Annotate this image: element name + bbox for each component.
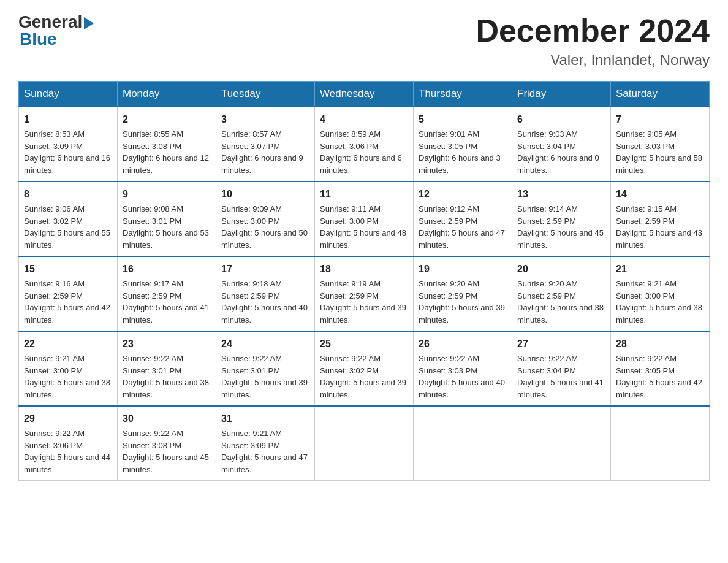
column-header-friday: Friday (512, 82, 611, 107)
calendar-cell: 1Sunrise: 8:53 AMSunset: 3:09 PMDaylight… (19, 107, 118, 182)
calendar-cell: 18Sunrise: 9:19 AMSunset: 2:59 PMDayligh… (315, 256, 414, 331)
calendar-table: SundayMondayTuesdayWednesdayThursdayFrid… (18, 81, 710, 481)
day-number: 25 (320, 337, 408, 351)
calendar-cell: 19Sunrise: 9:20 AMSunset: 2:59 PMDayligh… (414, 256, 512, 331)
calendar-cell: 23Sunrise: 9:22 AMSunset: 3:01 PMDayligh… (118, 331, 216, 406)
column-header-saturday: Saturday (611, 82, 710, 107)
column-header-sunday: Sunday (19, 82, 118, 107)
day-number: 11 (320, 187, 408, 202)
calendar-cell: 8Sunrise: 9:06 AMSunset: 3:02 PMDaylight… (19, 182, 118, 256)
day-number: 14 (616, 187, 704, 202)
day-number: 10 (221, 187, 309, 202)
calendar-cell: 30Sunrise: 9:22 AMSunset: 3:08 PMDayligh… (118, 406, 216, 481)
day-number: 21 (616, 262, 704, 277)
calendar-cell (315, 406, 414, 481)
day-number: 2 (123, 112, 211, 127)
calendar-cell: 15Sunrise: 9:16 AMSunset: 2:59 PMDayligh… (19, 256, 118, 331)
calendar-cell: 10Sunrise: 9:09 AMSunset: 3:00 PMDayligh… (216, 182, 315, 256)
day-number: 29 (24, 412, 112, 426)
day-number: 19 (419, 262, 507, 277)
calendar-cell: 17Sunrise: 9:18 AMSunset: 2:59 PMDayligh… (216, 256, 315, 331)
day-number: 26 (419, 337, 507, 351)
day-number: 28 (616, 337, 704, 351)
week-row-5: 29Sunrise: 9:22 AMSunset: 3:06 PMDayligh… (19, 406, 710, 481)
column-header-tuesday: Tuesday (216, 82, 315, 107)
calendar-cell: 25Sunrise: 9:22 AMSunset: 3:02 PMDayligh… (315, 331, 414, 406)
day-number: 17 (221, 262, 309, 277)
calendar-header-row: SundayMondayTuesdayWednesdayThursdayFrid… (19, 82, 710, 107)
day-number: 23 (123, 337, 211, 351)
calendar-cell: 27Sunrise: 9:22 AMSunset: 3:04 PMDayligh… (512, 331, 611, 406)
day-number: 24 (221, 337, 309, 351)
day-number: 30 (123, 412, 211, 426)
calendar-cell: 2Sunrise: 8:55 AMSunset: 3:08 PMDaylight… (118, 107, 216, 182)
calendar-cell: 22Sunrise: 9:21 AMSunset: 3:00 PMDayligh… (19, 331, 118, 406)
day-number: 18 (320, 262, 408, 277)
calendar-cell: 4Sunrise: 8:59 AMSunset: 3:06 PMDaylight… (315, 107, 414, 182)
day-number: 4 (320, 112, 408, 127)
calendar-cell: 21Sunrise: 9:21 AMSunset: 3:00 PMDayligh… (611, 256, 710, 331)
day-number: 1 (24, 112, 112, 127)
day-number: 7 (616, 112, 704, 127)
page-header: General Blue December 2024 Valer, Innlan… (18, 12, 710, 69)
calendar-cell: 20Sunrise: 9:20 AMSunset: 2:59 PMDayligh… (512, 256, 611, 331)
day-number: 3 (221, 112, 309, 127)
day-number: 15 (24, 262, 112, 277)
column-header-thursday: Thursday (414, 82, 512, 107)
column-header-wednesday: Wednesday (315, 82, 414, 107)
day-number: 9 (123, 187, 211, 202)
logo-arrow-icon (84, 17, 94, 29)
week-row-2: 8Sunrise: 9:06 AMSunset: 3:02 PMDaylight… (19, 182, 710, 256)
calendar-cell: 9Sunrise: 9:08 AMSunset: 3:01 PMDaylight… (118, 182, 216, 256)
calendar-cell: 3Sunrise: 8:57 AMSunset: 3:07 PMDaylight… (216, 107, 315, 182)
day-number: 8 (24, 187, 112, 202)
day-number: 6 (517, 112, 605, 127)
day-number: 27 (517, 337, 605, 351)
week-row-4: 22Sunrise: 9:21 AMSunset: 3:00 PMDayligh… (19, 331, 710, 406)
location-title: Valer, Innlandet, Norway (476, 52, 710, 69)
calendar-cell (414, 406, 512, 481)
calendar-cell (512, 406, 611, 481)
calendar-cell: 29Sunrise: 9:22 AMSunset: 3:06 PMDayligh… (19, 406, 118, 481)
logo-blue-text: Blue (20, 29, 57, 49)
calendar-cell: 16Sunrise: 9:17 AMSunset: 2:59 PMDayligh… (118, 256, 216, 331)
day-number: 16 (123, 262, 211, 277)
column-header-monday: Monday (118, 82, 216, 107)
calendar-cell (611, 406, 710, 481)
day-number: 20 (517, 262, 605, 277)
week-row-3: 15Sunrise: 9:16 AMSunset: 2:59 PMDayligh… (19, 256, 710, 331)
calendar-cell: 14Sunrise: 9:15 AMSunset: 2:59 PMDayligh… (611, 182, 710, 256)
title-section: December 2024 Valer, Innlandet, Norway (476, 12, 710, 69)
calendar-cell: 12Sunrise: 9:12 AMSunset: 2:59 PMDayligh… (414, 182, 512, 256)
calendar-cell: 11Sunrise: 9:11 AMSunset: 3:00 PMDayligh… (315, 182, 414, 256)
calendar-cell: 26Sunrise: 9:22 AMSunset: 3:03 PMDayligh… (414, 331, 512, 406)
week-row-1: 1Sunrise: 8:53 AMSunset: 3:09 PMDaylight… (19, 107, 710, 182)
logo: General Blue (18, 12, 94, 49)
day-number: 31 (221, 412, 309, 426)
calendar-cell: 6Sunrise: 9:03 AMSunset: 3:04 PMDaylight… (512, 107, 611, 182)
calendar-cell: 5Sunrise: 9:01 AMSunset: 3:05 PMDaylight… (414, 107, 512, 182)
month-title: December 2024 (476, 12, 710, 49)
day-number: 5 (419, 112, 507, 127)
calendar-cell: 13Sunrise: 9:14 AMSunset: 2:59 PMDayligh… (512, 182, 611, 256)
calendar-cell: 24Sunrise: 9:22 AMSunset: 3:01 PMDayligh… (216, 331, 315, 406)
calendar-cell: 7Sunrise: 9:05 AMSunset: 3:03 PMDaylight… (611, 107, 710, 182)
day-number: 22 (24, 337, 112, 351)
calendar-cell: 31Sunrise: 9:21 AMSunset: 3:09 PMDayligh… (216, 406, 315, 481)
day-number: 12 (419, 187, 507, 202)
calendar-cell: 28Sunrise: 9:22 AMSunset: 3:05 PMDayligh… (611, 331, 710, 406)
day-number: 13 (517, 187, 605, 202)
